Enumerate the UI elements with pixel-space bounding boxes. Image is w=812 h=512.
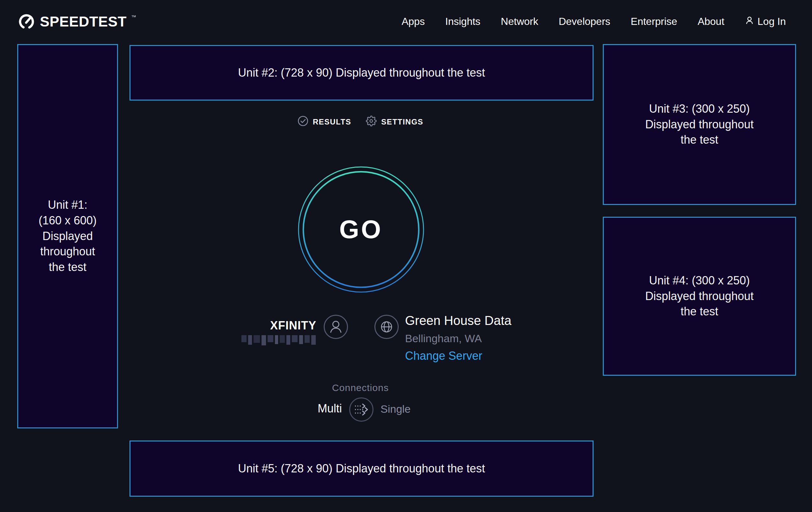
tab-settings[interactable]: SETTINGS xyxy=(366,115,423,128)
isp-name: XFINITY xyxy=(270,319,316,332)
view-tabs: RESULTS SETTINGS xyxy=(118,115,603,128)
connections-toggle[interactable] xyxy=(349,397,374,422)
speedtest-logo[interactable]: SPEEDTEST ™ xyxy=(18,12,136,31)
tab-results-label: RESULTS xyxy=(313,117,351,127)
ad-unit-4-label: Unit #4: (300 x 250) Displayed throughou… xyxy=(645,273,754,320)
server-location: Bellingham, WA xyxy=(405,332,482,345)
ad-unit-2[interactable]: Unit #2: (728 x 90) Displayed throughout… xyxy=(129,45,593,101)
nav-about[interactable]: About xyxy=(697,16,724,27)
nav-enterprise[interactable]: Enterprise xyxy=(631,16,677,27)
login-button[interactable]: Log In xyxy=(745,16,786,28)
speedometer-icon xyxy=(18,12,35,31)
nav-insights[interactable]: Insights xyxy=(445,16,480,27)
globe-icon xyxy=(374,314,399,341)
connections-multi-option[interactable]: Multi xyxy=(318,402,342,415)
go-button[interactable]: GO xyxy=(294,162,428,297)
check-circle-icon xyxy=(297,115,309,128)
ad-unit-2-label: Unit #2: (728 x 90) Displayed throughout… xyxy=(238,65,485,81)
nav-network[interactable]: Network xyxy=(501,16,538,27)
tab-results[interactable]: RESULTS xyxy=(297,115,351,128)
tab-settings-label: SETTINGS xyxy=(381,117,423,127)
user-icon xyxy=(323,314,349,341)
logo-trademark: ™ xyxy=(131,15,136,20)
gear-icon xyxy=(366,115,377,128)
header: SPEEDTEST ™ Apps Insights Network Develo… xyxy=(0,0,812,43)
main-nav: Apps Insights Network Developers Enterpr… xyxy=(402,16,786,28)
ad-unit-3[interactable]: Unit #3: (300 x 250) Displayed throughou… xyxy=(603,44,796,205)
ad-unit-5[interactable]: Unit #5: (728 x 90) Displayed throughout… xyxy=(129,440,593,497)
connections-label: Connections xyxy=(118,382,603,393)
go-label: GO xyxy=(294,162,428,297)
logo-text: SPEEDTEST xyxy=(40,15,126,29)
masked-ip xyxy=(241,335,316,345)
nav-apps[interactable]: Apps xyxy=(402,16,425,27)
ad-unit-1[interactable]: Unit #1: (160 x 600) Displayed throughou… xyxy=(17,44,118,428)
server-name: Green House Data xyxy=(405,314,512,328)
login-label: Log In xyxy=(757,16,786,27)
connections-single-option[interactable]: Single xyxy=(380,403,411,415)
ad-unit-5-label: Unit #5: (728 x 90) Displayed throughout… xyxy=(238,461,485,477)
ad-unit-1-label: Unit #1: (160 x 600) Displayed throughou… xyxy=(38,197,97,275)
nav-developers[interactable]: Developers xyxy=(559,16,610,27)
person-icon xyxy=(745,16,754,28)
ad-unit-3-label: Unit #3: (300 x 250) Displayed throughou… xyxy=(645,101,754,148)
change-server-link[interactable]: Change Server xyxy=(405,349,482,362)
multi-arrows-icon xyxy=(349,397,374,422)
ad-unit-4[interactable]: Unit #4: (300 x 250) Displayed throughou… xyxy=(603,217,796,376)
